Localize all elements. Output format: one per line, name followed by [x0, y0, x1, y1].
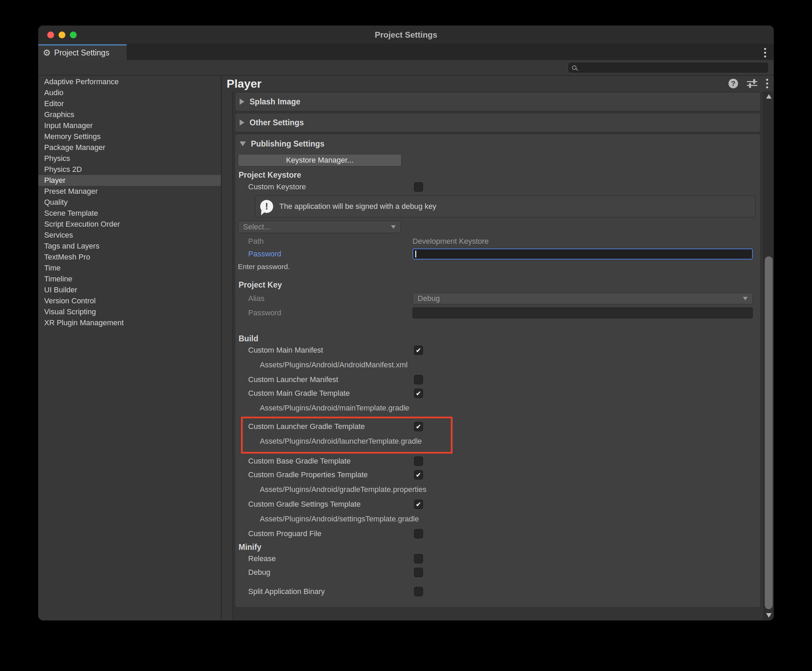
window-title: Project Settings — [375, 30, 437, 40]
select-label: Select... — [243, 223, 270, 232]
help-icon[interactable]: ? — [729, 79, 738, 89]
checkbox-custom-launcher-manifest[interactable] — [414, 375, 423, 385]
section-splash-image[interactable]: Splash Image — [235, 92, 761, 111]
checkbox-split-application-binary[interactable] — [414, 587, 423, 596]
setting-row-custom-main-manifest: Custom Main Manifest — [235, 343, 760, 357]
sidebar-item-physics-2d[interactable]: Physics 2D — [38, 164, 221, 175]
alias-row: Alias Debug — [235, 292, 760, 305]
info-text: The application will be signed with a de… — [279, 202, 436, 211]
section-label: Splash Image — [250, 97, 300, 106]
panel-menu-button[interactable] — [766, 79, 768, 89]
search-input[interactable] — [580, 62, 769, 73]
setting-label: Custom Base Gradle Template — [235, 457, 351, 466]
sidebar-item-package-manager[interactable]: Package Manager — [38, 142, 221, 153]
sidebar-item-preset-manager[interactable]: Preset Manager — [38, 186, 221, 197]
keystore-password-input[interactable] — [412, 249, 753, 259]
setting-row-custom-gradle-properties-template: Custom Gradle Properties Template — [235, 468, 760, 482]
alias-dropdown[interactable]: Debug — [412, 293, 753, 304]
section-publishing-settings: Publishing Settings Keystore Manager... … — [235, 134, 761, 608]
debug-key-info-box: ! The application will be signed with a … — [255, 196, 756, 217]
tab-label: Project Settings — [54, 48, 109, 58]
scroll-down-arrow-icon[interactable] — [766, 613, 771, 618]
foldout-expanded-icon — [240, 141, 246, 146]
settings-scroll-area: Splash Image Other Settings Publishing S… — [232, 91, 763, 620]
sidebar-item-physics[interactable]: Physics — [38, 153, 221, 164]
checkbox-custom-gradle-settings-template[interactable] — [414, 499, 423, 509]
checkbox-custom-keystore[interactable] — [414, 182, 423, 192]
sidebar-item-timeline[interactable]: Timeline — [38, 274, 221, 284]
custom-keystore-label: Custom Keystore — [235, 182, 306, 191]
gear-icon: ⚙ — [43, 48, 51, 57]
alias-value: Debug — [418, 294, 440, 303]
build-rows: Custom Main ManifestAssets/Plugins/Andro… — [235, 343, 760, 541]
preset-icon[interactable] — [747, 79, 757, 88]
sidebar-item-version-control[interactable]: Version Control — [38, 295, 221, 307]
checkbox-custom-base-gradle-template[interactable] — [414, 456, 423, 466]
key-password-row: Password — [235, 307, 760, 319]
scrollbar-thumb[interactable] — [765, 256, 773, 609]
enter-password-helper: Enter password. — [235, 262, 760, 271]
main-panel: Player ? Splash Image Other — [222, 76, 774, 620]
sidebar-item-xr-plugin-management[interactable]: XR Plugin Management — [38, 317, 221, 328]
sidebar-item-scene-template[interactable]: Scene Template — [38, 208, 221, 219]
setting-row-custom-main-gradle-template: Custom Main Gradle Template — [235, 387, 760, 400]
minimize-window-button[interactable] — [58, 31, 65, 38]
keystore-password-row: Password — [235, 248, 760, 260]
checkbox-custom-main-gradle-template[interactable] — [414, 388, 423, 398]
setting-label: Custom Main Gradle Template — [235, 389, 350, 398]
search-icon — [572, 65, 577, 70]
vertical-scrollbar[interactable] — [763, 91, 774, 620]
sidebar-item-quality[interactable]: Quality — [38, 197, 221, 208]
scroll-up-arrow-icon[interactable] — [766, 94, 771, 99]
traffic-lights — [47, 31, 77, 38]
sidebar-item-visual-scripting[interactable]: Visual Scripting — [38, 307, 221, 317]
sidebar-item-input-manager[interactable]: Input Manager — [38, 120, 221, 131]
search-field[interactable] — [568, 62, 769, 73]
build-label: Build — [235, 334, 760, 343]
sidebar-item-player[interactable]: Player — [38, 175, 221, 186]
path-assets-plugins-android-maintemplate-gradle: Assets/Plugins/Android/mainTemplate.grad… — [235, 400, 760, 416]
checkbox-custom-launcher-gradle-template[interactable] — [414, 422, 423, 431]
sidebar-item-textmesh-pro[interactable]: TextMesh Pro — [38, 252, 221, 262]
publishing-settings-header[interactable]: Publishing Settings — [235, 134, 760, 153]
path-value: Development Keystore — [412, 237, 489, 246]
keystore-select-dropdown[interactable]: Select... — [238, 221, 401, 233]
sidebar-item-memory-settings[interactable]: Memory Settings — [38, 131, 221, 142]
sidebar-item-services[interactable]: Services — [38, 230, 221, 241]
tab-strip-menu-button[interactable] — [764, 48, 766, 58]
sidebar-item-audio[interactable]: Audio — [38, 87, 221, 98]
tab-project-settings[interactable]: ⚙ Project Settings — [38, 44, 127, 60]
close-window-button[interactable] — [47, 31, 54, 38]
chevron-down-icon — [743, 297, 747, 300]
checkbox-debug[interactable] — [414, 568, 423, 577]
settings-category-list: Adaptive PerformanceAudioEditorGraphicsI… — [38, 76, 222, 620]
zoom-window-button[interactable] — [70, 31, 77, 38]
highlight-rectangle: Custom Launcher Gradle TemplateAssets/Pl… — [241, 417, 453, 454]
setting-label: Debug — [235, 568, 271, 577]
sidebar-item-script-execution-order[interactable]: Script Execution Order — [38, 219, 221, 230]
sidebar-item-ui-builder[interactable]: UI Builder — [38, 284, 221, 295]
setting-label: Release — [235, 554, 276, 563]
checkbox-release[interactable] — [414, 554, 423, 564]
sidebar-item-tags-and-layers[interactable]: Tags and Layers — [38, 241, 221, 252]
setting-label: Custom Launcher Manifest — [235, 375, 338, 384]
setting-row-custom-gradle-settings-template: Custom Gradle Settings Template — [235, 497, 760, 511]
setting-label: Custom Gradle Settings Template — [235, 500, 361, 509]
setting-row-debug: Debug — [235, 565, 760, 579]
titlebar: Project Settings — [38, 26, 774, 44]
foldout-collapsed-icon — [240, 99, 244, 105]
sidebar-item-editor[interactable]: Editor — [38, 98, 221, 109]
setting-row-split-application-binary: Split Application Binary — [235, 585, 760, 598]
search-row — [38, 60, 774, 76]
key-password-input[interactable] — [412, 307, 753, 318]
sidebar-item-adaptive-performance[interactable]: Adaptive Performance — [38, 77, 221, 87]
sidebar-item-graphics[interactable]: Graphics — [38, 109, 221, 120]
warning-icon: ! — [260, 200, 273, 213]
setting-row-custom-proguard-file: Custom Proguard File — [235, 527, 760, 541]
sidebar-item-time[interactable]: Time — [38, 262, 221, 274]
checkbox-custom-gradle-properties-template[interactable] — [414, 470, 423, 480]
checkbox-custom-main-manifest[interactable] — [414, 346, 423, 355]
section-other-settings[interactable]: Other Settings — [235, 113, 761, 132]
checkbox-custom-proguard-file[interactable] — [414, 529, 423, 538]
keystore-manager-button[interactable]: Keystore Manager... — [238, 154, 402, 166]
